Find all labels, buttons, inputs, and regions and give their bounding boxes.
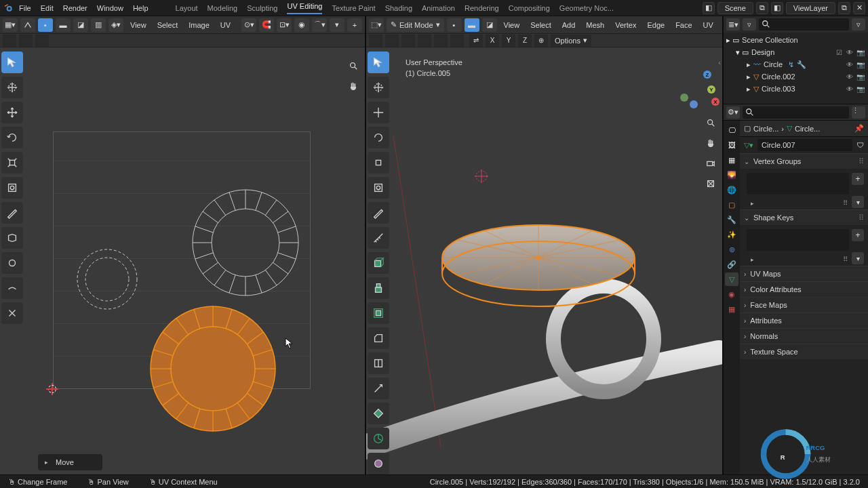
tab-animation[interactable]: Animation xyxy=(422,4,455,12)
perspective-toggle-icon[interactable] xyxy=(703,176,718,191)
tab-layout[interactable]: Layout xyxy=(176,4,198,12)
3d-tool-loopcut[interactable] xyxy=(368,352,389,374)
properties-options-icon[interactable]: ⋮ xyxy=(852,106,865,119)
tab-shading[interactable]: Shading xyxy=(385,4,412,12)
uv-menu-image[interactable]: Image xyxy=(184,21,214,29)
disable-icon[interactable]: 📷 xyxy=(856,49,865,56)
prop-tab-output[interactable]: 🖼 xyxy=(725,138,738,152)
tab-geometry-nodes[interactable]: Geometry Noc... xyxy=(559,4,614,12)
mesh-display-3[interactable] xyxy=(401,35,415,47)
tool-annotate[interactable] xyxy=(1,202,23,224)
outliner-scene-collection[interactable]: ▸ ▭Scene Collection xyxy=(726,34,865,46)
panel-header-face-maps[interactable]: Face Maps xyxy=(740,298,868,312)
mesh-display-5[interactable] xyxy=(434,35,448,47)
image-new-icon[interactable]: + xyxy=(347,18,362,32)
object-name-field[interactable]: Circle.007 xyxy=(757,139,852,151)
tool-scale[interactable] xyxy=(1,152,23,174)
mirror-icon[interactable]: ⇌ xyxy=(469,35,483,47)
prop-tab-material[interactable]: ◉ xyxy=(725,287,738,301)
tool-move[interactable] xyxy=(1,102,23,123)
outliner-search[interactable] xyxy=(759,18,849,30)
3d-menu-uv[interactable]: UV xyxy=(699,21,717,29)
outliner-collection-design[interactable]: ▾ ▭Design ☑👁📷 xyxy=(726,46,865,58)
menu-window[interactable]: Window xyxy=(97,4,123,12)
panel-header-uv-maps[interactable]: UV Maps xyxy=(740,266,868,281)
prop-tab-constraints[interactable]: 🔗 xyxy=(725,258,738,271)
prop-tab-particles[interactable]: ✨ xyxy=(725,228,738,241)
3d-menu-face[interactable]: Face xyxy=(671,21,696,29)
viewlayer-delete-icon[interactable]: ✕ xyxy=(853,2,865,14)
3d-tool-scale[interactable] xyxy=(368,152,389,174)
proportional-falloff-icon[interactable]: ⌒▾ xyxy=(312,18,327,32)
tab-sculpting[interactable]: Sculpting xyxy=(247,4,277,12)
3d-menu-edge[interactable]: Edge xyxy=(643,21,669,29)
uv-viewport[interactable]: Move xyxy=(0,47,365,474)
properties-search[interactable] xyxy=(743,106,849,119)
disable-icon[interactable]: 📷 xyxy=(856,61,865,68)
3d-tool-inset[interactable] xyxy=(368,302,389,324)
prop-tab-object[interactable]: ▢ xyxy=(725,198,738,211)
vertex-groups-list[interactable] xyxy=(747,173,849,195)
editor-type-icon[interactable]: ▦▾ xyxy=(3,18,18,32)
mode-selector[interactable]: ✎Edit Mode▾ xyxy=(387,18,444,32)
axis-z-toggle[interactable]: Z xyxy=(518,35,532,47)
zoom-icon[interactable] xyxy=(346,58,361,73)
3d-tool-transform[interactable] xyxy=(368,177,389,199)
pivot-icon[interactable]: ⊙▾ xyxy=(241,18,256,32)
prop-tab-scene[interactable]: 🌄 xyxy=(725,168,738,182)
exclude-icon[interactable]: ☑ xyxy=(834,49,844,56)
options-dropdown[interactable]: Options▾ xyxy=(551,35,591,47)
tool-transform[interactable] xyxy=(1,177,23,199)
disable-icon[interactable]: 📷 xyxy=(856,73,865,81)
tool-rotate[interactable] xyxy=(1,127,23,148)
sel-mode-edge-icon[interactable]: ▬ xyxy=(465,18,479,32)
uv-overlay-toggle-3[interactable] xyxy=(35,35,49,47)
editor-type-3d-icon[interactable]: ⬚▾ xyxy=(369,18,384,32)
3d-menu-mesh[interactable]: Mesh xyxy=(582,21,608,29)
outliner-item-circle003[interactable]: ▸▽Circle.003 👁📷 xyxy=(726,83,865,95)
properties-type-icon[interactable]: ⚙▾ xyxy=(726,106,740,119)
viewlayer-browse-icon[interactable]: ◧ xyxy=(771,2,783,14)
prop-tab-physics[interactable]: ⊚ xyxy=(725,243,738,256)
uv-menu-uv[interactable]: UV xyxy=(216,21,235,29)
mesh-display-6[interactable] xyxy=(450,35,464,47)
viewlayer-new-icon[interactable]: ⧉ xyxy=(838,2,850,14)
vertex-groups-specials-button[interactable]: ▾ xyxy=(852,196,864,208)
snap-toggle-icon[interactable]: 🧲 xyxy=(259,18,274,32)
3d-menu-add[interactable]: Add xyxy=(558,21,580,29)
uv-overlay-toggle-2[interactable] xyxy=(19,35,33,47)
mesh-display-2[interactable] xyxy=(385,35,399,47)
pan-3d-icon[interactable] xyxy=(703,136,718,150)
menu-render[interactable]: Render xyxy=(63,4,87,12)
menu-help[interactable]: Help xyxy=(133,4,149,12)
mesh-display-4[interactable] xyxy=(418,35,431,47)
panel-header-texture-space[interactable]: Texture Space xyxy=(740,344,868,359)
menu-edit[interactable]: Edit xyxy=(41,4,54,12)
prop-tab-viewlayer[interactable]: ▦ xyxy=(725,153,738,167)
last-operator-panel[interactable]: Move xyxy=(38,454,102,470)
3d-tool-extrude[interactable] xyxy=(368,277,389,299)
3d-tool-annotate[interactable] xyxy=(368,202,389,224)
tool-grab[interactable] xyxy=(1,252,23,274)
tab-rendering[interactable]: Rendering xyxy=(465,4,499,12)
viewlayer-selector[interactable]: ViewLayer xyxy=(786,2,835,14)
hide-icon[interactable]: 👁 xyxy=(845,73,854,81)
scene-browse-icon[interactable]: ◧ xyxy=(703,2,715,14)
sel-face-icon[interactable]: ◪ xyxy=(73,18,88,32)
sel-mode-face-icon[interactable]: ◪ xyxy=(482,18,497,32)
outliner-filter-icon[interactable]: ▿ xyxy=(743,18,756,30)
mesh-display-1[interactable] xyxy=(369,35,382,47)
3d-tool-select[interactable] xyxy=(368,52,389,73)
outliner-item-circle[interactable]: ▸〰Circle ↯🔧 👁📷 xyxy=(726,58,865,70)
panel-header-attributes[interactable]: Attributes xyxy=(740,313,868,328)
outliner-item-circle002[interactable]: ▸▽Circle.002 👁📷 xyxy=(726,70,865,83)
tool-pinch[interactable] xyxy=(1,302,23,324)
scene-selector[interactable]: Scene xyxy=(717,2,753,14)
3d-tool-knife[interactable] xyxy=(368,378,389,399)
prop-tab-texture[interactable]: ▦ xyxy=(725,302,738,316)
uv-menu-view[interactable]: View xyxy=(126,21,151,29)
3d-tool-move[interactable] xyxy=(368,102,389,123)
uv-menu-select[interactable]: Select xyxy=(153,21,182,29)
uv-sync-icon[interactable] xyxy=(20,18,35,32)
3d-tool-smooth[interactable] xyxy=(368,453,389,474)
